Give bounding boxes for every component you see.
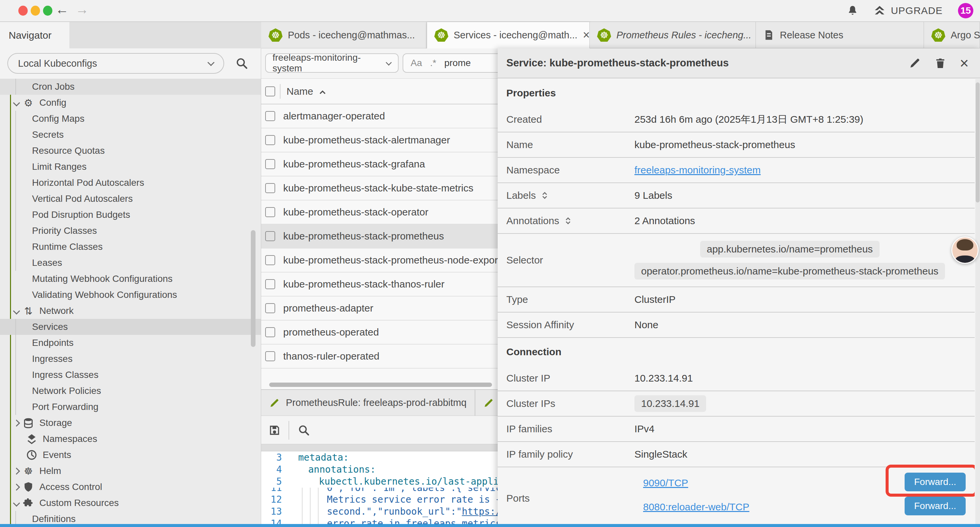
sort-ascending-icon[interactable] (318, 88, 326, 96)
sidebar-item-leases[interactable]: Leases (0, 255, 261, 271)
table-row[interactable]: alertmanager-operated (261, 104, 498, 128)
sidebar-item-limit-ranges[interactable]: Limit Ranges (0, 159, 261, 175)
notification-count-badge[interactable]: 15 (958, 3, 973, 18)
tab-prometheus[interactable]: ☸Prometheus Rules - icecheng... (590, 22, 756, 48)
edit-pencil-icon[interactable] (909, 57, 921, 69)
delete-trash-icon[interactable] (934, 57, 946, 69)
sidebar-item-secrets[interactable]: Secrets (0, 127, 261, 143)
chevron-right-icon[interactable] (14, 469, 23, 474)
yaml-editor[interactable]: 3metadata:4annotations:5kubectl.kubernet… (261, 452, 498, 527)
sidebar-item-pod-disruption-budgets[interactable]: Pod Disruption Budgets (0, 207, 261, 223)
table-row[interactable]: kube-prometheus-stack-alertmanager (261, 128, 498, 153)
window-zoom-button[interactable] (43, 6, 52, 16)
sidebar-item-events[interactable]: Events (0, 447, 261, 463)
regex-toggle[interactable]: .* (430, 58, 436, 68)
chevron-right-icon[interactable] (14, 485, 23, 490)
row-checkbox[interactable] (265, 255, 275, 265)
sidebar-item-vertical-pod-autoscalers[interactable]: Vertical Pod Autoscalers (0, 191, 261, 207)
sidebar-item-network-policies[interactable]: Network Policies (0, 383, 261, 399)
row-checkbox[interactable] (265, 303, 275, 313)
table-row[interactable]: thanos-ruler-operated (261, 345, 498, 369)
horizontal-scrollbar[interactable] (269, 382, 492, 387)
row-checkbox[interactable] (265, 351, 275, 361)
save-icon[interactable] (269, 424, 280, 436)
sidebar-item-priority-classes[interactable]: Priority Classes (0, 223, 261, 239)
notifications-bell-icon[interactable] (847, 5, 858, 16)
sidebar-item-network[interactable]: ⇅Network (0, 303, 261, 319)
table-row[interactable]: kube-prometheus-stack-grafana (261, 153, 498, 177)
sidebar-item-runtime-classes[interactable]: Runtime Classes (0, 239, 261, 255)
sidebar-item-resource-quotas[interactable]: Resource Quotas (0, 143, 261, 159)
upgrade-button[interactable]: UPGRADE (873, 5, 943, 17)
kubeconfig-select[interactable]: Local Kubeconfigs (7, 53, 224, 74)
chevron-down-icon[interactable] (14, 501, 23, 506)
namespace-link[interactable]: freeleaps-monitoring-system (635, 164, 760, 176)
row-checkbox[interactable] (265, 159, 275, 169)
sidebar-item-config-maps[interactable]: Config Maps (0, 111, 261, 127)
unfold-icon[interactable] (540, 191, 549, 200)
sidebar-item-config[interactable]: ⚙Config (0, 95, 261, 111)
tab-release[interactable]: Release Notes (756, 22, 924, 48)
table-row[interactable]: prometheus-operated (261, 320, 498, 345)
back-arrow-icon[interactable]: ← (56, 2, 69, 17)
sidebar-item-cron-jobs[interactable]: Cron Jobs (0, 79, 261, 95)
detail-scrollbar[interactable] (975, 79, 980, 527)
sidebar-item-ingresses[interactable]: Ingresses (0, 351, 261, 367)
close-tab-icon[interactable]: × (583, 29, 590, 41)
unfold-icon[interactable] (564, 217, 573, 225)
runbook-url-link[interactable]: https://net (462, 506, 498, 517)
sidebar-item-ingress-classes[interactable]: Ingress Classes (0, 367, 261, 383)
table-row[interactable]: prometheus-adapter (261, 296, 498, 320)
sidebar-item-endpoints[interactable]: Endpoints (0, 335, 261, 351)
row-checkbox[interactable] (265, 327, 275, 337)
tab-services[interactable]: ☸Services - icecheng@math...× (427, 22, 590, 48)
sidebar-item-access-control[interactable]: Access Control (0, 479, 261, 495)
row-checkbox[interactable] (265, 111, 275, 121)
port-link[interactable]: 8080:reloader-web/TCP (643, 502, 749, 513)
chevron-down-icon[interactable] (14, 309, 23, 314)
select-all-checkbox[interactable] (265, 86, 275, 96)
sidebar-item-custom-resources[interactable]: Custom Resources (0, 495, 261, 511)
sidebar-item-helm[interactable]: ☸Helm (0, 463, 261, 479)
editor-tab-prometheusrule[interactable]: PrometheusRule: freeleaps-prod-rabbitmq (261, 390, 475, 416)
table-row[interactable]: kube-prometheus-stack-prometheus-node-ex… (261, 248, 498, 272)
row-checkbox[interactable] (265, 279, 275, 289)
sidebar-item-mutating-webhook-configurations[interactable]: Mutating Webhook Configurations (0, 271, 261, 287)
table-row[interactable]: kube-prometheus-stack-prometheus (261, 224, 498, 248)
row-checkbox[interactable] (265, 135, 275, 145)
sidebar-item-validating-webhook-configurations[interactable]: Validating Webhook Configurations (0, 287, 261, 303)
sidebar-item-namespaces[interactable]: Namespaces (0, 431, 261, 447)
editor-tab-partial[interactable] (475, 390, 498, 416)
navigator-panel-tab[interactable]: Navigator (0, 22, 69, 48)
port-forward-button[interactable]: Forward... (905, 497, 966, 515)
chevron-right-icon[interactable] (14, 420, 23, 426)
sidebar-item-port-forwarding[interactable]: Port Forwarding (0, 399, 261, 415)
table-row[interactable]: kube-prometheus-stack-operator (261, 201, 498, 224)
sidebar-item-services[interactable]: Services (0, 319, 261, 335)
port-link[interactable]: 9090/TCP (643, 477, 688, 489)
name-column-header[interactable]: Name (286, 86, 313, 97)
row-checkbox[interactable] (265, 231, 275, 241)
tab-argo[interactable]: ☸Argo Se (924, 22, 980, 48)
namespace-filter-select[interactable]: freeleaps-monitoring-system (265, 53, 399, 73)
row-checkbox[interactable] (265, 207, 275, 217)
close-panel-icon[interactable]: × (960, 56, 969, 71)
dock-resize-handle[interactable] (261, 444, 498, 451)
row-checkbox[interactable] (265, 183, 275, 193)
sidebar-scrollbar[interactable] (251, 230, 256, 347)
sidebar-item-horizontal-pod-autoscalers[interactable]: Horizontal Pod Autoscalers (0, 175, 261, 191)
window-close-button[interactable] (18, 6, 28, 16)
sidebar-item-storage[interactable]: Storage (0, 415, 261, 431)
tab-pods[interactable]: ☸Pods - icecheng@mathmas... (261, 22, 427, 48)
window-minimize-button[interactable] (31, 6, 40, 16)
table-row[interactable]: kube-prometheus-stack-thanos-ruler (261, 272, 498, 296)
forward-arrow-icon[interactable]: → (75, 2, 89, 17)
table-row[interactable]: kube-prometheus-stack-kube-state-metrics (261, 177, 498, 201)
search-query-text: prome (444, 58, 471, 68)
match-case-toggle[interactable]: Aa (410, 58, 422, 68)
list-search-input[interactable]: Aa .* prome (402, 53, 498, 73)
chevron-down-icon[interactable] (14, 100, 23, 105)
search-icon[interactable] (235, 57, 248, 70)
search-icon[interactable] (298, 424, 310, 436)
user-avatar[interactable] (951, 236, 978, 264)
